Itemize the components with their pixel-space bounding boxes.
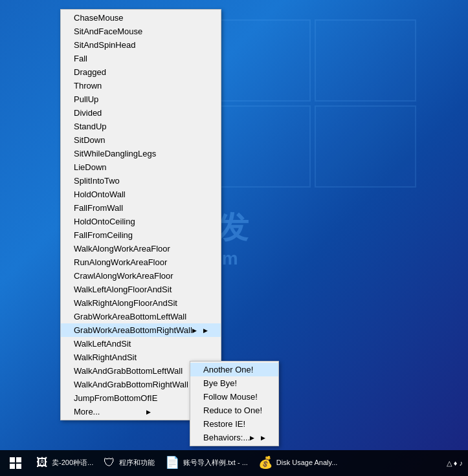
logo-pane-br xyxy=(315,105,416,188)
menu-item-19[interactable]: CrawlAlongWorkAreaFloor xyxy=(61,269,221,283)
logo-pane-bl xyxy=(209,105,311,188)
svg-rect-3 xyxy=(16,464,21,469)
sub-menu-item-4[interactable]: Restore IE! xyxy=(190,417,278,431)
sub-menu-item-2[interactable]: Follow Mouse! xyxy=(190,390,278,404)
menu-item-5[interactable]: Thrown xyxy=(61,79,221,92)
sub-menu-item-1[interactable]: Bye Bye! xyxy=(190,376,278,390)
taskbar-label-0: 卖-200种语... xyxy=(52,458,93,468)
taskbar: 🖼卖-200种语...🛡程序和功能📄账号导入样例.txt - ...💰Disk … xyxy=(0,450,468,476)
sub-menu-item-3[interactable]: Reduce to One! xyxy=(190,404,278,417)
menu-item-12[interactable]: SplitIntoTwo xyxy=(61,174,221,188)
taskbar-icon-2: 📄 xyxy=(165,455,179,470)
svg-rect-2 xyxy=(10,464,15,469)
logo-pane-tl xyxy=(209,19,311,102)
menu-item-0[interactable]: ChaseMouse xyxy=(61,11,221,25)
menu-item-14[interactable]: FallFromWall xyxy=(61,201,221,215)
menu-item-21[interactable]: WalkRightAlongFloorAndSit xyxy=(61,296,221,310)
tray-icons: △ ♦ ♪ xyxy=(447,459,463,468)
menu-item-20[interactable]: WalkLeftAlongFloorAndSit xyxy=(61,283,221,296)
svg-rect-1 xyxy=(16,457,21,462)
sub-menu-item-5[interactable]: Behaviors:...▶ xyxy=(190,431,278,444)
svg-rect-0 xyxy=(10,457,15,462)
menu-item-1[interactable]: SitAndFaceMouse xyxy=(61,25,221,38)
taskbar-item-0[interactable]: 🖼卖-200种语... xyxy=(31,450,98,476)
taskbar-item-1[interactable]: 🛡程序和功能 xyxy=(98,450,160,476)
sub-context-menu: Another One!Bye Bye!Follow Mouse!Reduce … xyxy=(190,361,279,446)
taskbar-label-2: 账号导入样例.txt - ... xyxy=(183,458,248,468)
menu-item-8[interactable]: StandUp xyxy=(61,120,221,133)
menu-item-2[interactable]: SitAndSpinHead xyxy=(61,38,221,52)
taskbar-icon-1: 🛡 xyxy=(104,456,115,470)
menu-item-7[interactable]: Divided xyxy=(61,106,221,120)
menu-item-10[interactable]: SitWhileDanglingLegs xyxy=(61,147,221,160)
taskbar-icon-0: 🖼 xyxy=(36,456,48,470)
menu-item-23[interactable]: GrabWorkAreaBottomRightWall▶ xyxy=(61,323,221,337)
start-button[interactable] xyxy=(0,450,31,476)
taskbar-item-3[interactable]: 💰Disk Usage Analy... xyxy=(253,450,343,476)
menu-item-18[interactable]: RunAlongWorkAreaFloor xyxy=(61,255,221,269)
menu-item-16[interactable]: FallFromCeiling xyxy=(61,228,221,242)
taskbar-item-2[interactable]: 📄账号导入样例.txt - ... xyxy=(160,450,253,476)
taskbar-label-1: 程序和功能 xyxy=(119,458,155,468)
menu-item-17[interactable]: WalkAlongWorkAreaFloor xyxy=(61,242,221,255)
main-context-menu: ChaseMouseSitAndFaceMouseSitAndSpinHeadF… xyxy=(60,9,221,420)
menu-item-4[interactable]: Dragged xyxy=(61,65,221,79)
taskbar-tray: △ ♦ ♪ xyxy=(441,459,468,468)
taskbar-icon-3: 💰 xyxy=(258,455,273,470)
windows-logo xyxy=(209,19,416,188)
taskbar-label-3: Disk Usage Analy... xyxy=(276,459,338,466)
menu-item-13[interactable]: HoldOntoWall xyxy=(61,188,221,201)
menu-item-11[interactable]: LieDown xyxy=(61,160,221,174)
menu-item-6[interactable]: PullUp xyxy=(61,92,221,106)
sub-menu-item-0[interactable]: Another One! xyxy=(190,363,278,376)
menu-item-9[interactable]: SitDown xyxy=(61,133,221,147)
taskbar-items: 🖼卖-200种语...🛡程序和功能📄账号导入样例.txt - ...💰Disk … xyxy=(31,450,342,476)
logo-pane-tr xyxy=(315,19,416,102)
menu-item-24[interactable]: WalkLeftAndSit xyxy=(61,337,221,351)
menu-item-3[interactable]: Fall xyxy=(61,52,221,65)
desktop: 安下发 anxz.com ChaseMouseSitAndFaceMouseSi… xyxy=(0,0,468,476)
menu-item-15[interactable]: HoldOntoCeiling xyxy=(61,215,221,228)
menu-item-22[interactable]: GrabWorkAreaBottomLeftWall xyxy=(61,310,221,323)
